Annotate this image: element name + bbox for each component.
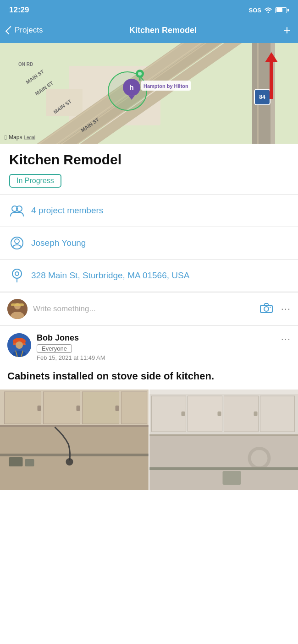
svg-rect-63 — [254, 411, 258, 416]
chevron-left-icon — [6, 26, 14, 34]
nav-bar: Projects Kitchen Remodel + — [0, 20, 298, 43]
back-button[interactable]: Projects — [7, 26, 43, 35]
svg-rect-51 — [9, 457, 23, 466]
project-title-section: Kitchen Remodel In Progress — [0, 144, 298, 194]
svg-rect-30 — [11, 303, 24, 306]
svg-rect-57 — [152, 396, 186, 432]
content-area: Kitchen Remodel In Progress 4 project me… — [0, 144, 298, 490]
svg-point-26 — [12, 269, 22, 278]
post-meta: Bob Jones Everyone Feb 15, 2021 at 11:49… — [37, 333, 276, 361]
more-options-icon[interactable]: ··· — [281, 303, 291, 315]
status-time: 12:29 — [9, 5, 29, 15]
post-options-icon[interactable]: ··· — [281, 333, 291, 345]
svg-rect-61 — [182, 411, 185, 416]
svg-point-19 — [138, 72, 142, 76]
post-placeholder[interactable]: Write something... — [33, 304, 254, 314]
svg-rect-54 — [149, 390, 298, 394]
post-input-area: Write something... ··· — [0, 292, 298, 326]
svg-rect-67 — [149, 467, 298, 470]
location-row[interactable]: 328 Main St, Sturbridge, MA 01566, USA — [0, 260, 298, 292]
post-audience-badge: Everyone — [37, 344, 72, 353]
sos-indicator: SOS — [249, 7, 261, 14]
back-label: Projects — [15, 26, 43, 35]
svg-rect-33 — [270, 307, 271, 308]
address-text: 328 Main St, Sturbridge, MA 01566, USA — [31, 271, 189, 281]
map-background: MAIN ST MAIN ST MAIN ST MAIN ST ON RD — [0, 43, 298, 144]
owner-row[interactable]: Joseph Young — [0, 227, 298, 259]
svg-point-50 — [66, 458, 73, 465]
svg-rect-41 — [5, 392, 41, 424]
post-item: Bob Jones Everyone Feb 15, 2021 at 11:49… — [0, 326, 298, 390]
svg-rect-52 — [25, 459, 34, 466]
members-icon — [9, 203, 25, 218]
maps-label: Maps — [9, 134, 22, 141]
svg-point-27 — [15, 272, 19, 276]
battery-icon — [275, 7, 289, 13]
owner-name: Joseph Young — [31, 238, 86, 248]
svg-text:ON RD: ON RD — [18, 62, 33, 67]
post-image-left[interactable] — [0, 390, 149, 490]
svg-rect-56 — [149, 434, 298, 436]
svg-rect-40 — [0, 425, 149, 427]
post-author-name: Bob Jones — [37, 333, 276, 343]
place-pin: h — [123, 79, 140, 102]
svg-rect-62 — [218, 411, 221, 416]
post-author-avatar — [7, 333, 31, 357]
svg-rect-60 — [260, 396, 295, 432]
svg-rect-68 — [223, 471, 241, 485]
direction-arrow — [265, 52, 278, 99]
hotel-label: Hampton by Hilton — [141, 81, 191, 91]
svg-rect-49 — [0, 454, 149, 456]
svg-rect-44 — [121, 392, 147, 424]
post-content: Cabinets installed on stove side of kitc… — [7, 366, 291, 390]
svg-rect-42 — [44, 392, 80, 424]
svg-rect-43 — [83, 392, 119, 424]
status-icons: SOS — [249, 7, 289, 14]
svg-point-37 — [16, 341, 23, 349]
status-bar: 12:29 SOS — [0, 0, 298, 20]
members-row[interactable]: 4 project members — [0, 195, 298, 227]
status-badge: In Progress — [9, 174, 61, 188]
apple-logo:  — [5, 134, 7, 141]
wifi-icon — [264, 7, 272, 13]
svg-rect-47 — [116, 406, 119, 411]
map-view[interactable]: MAIN ST MAIN ST MAIN ST MAIN ST ON RD h … — [0, 43, 298, 144]
location-icon — [9, 268, 25, 283]
members-label: 4 project members — [31, 206, 103, 216]
project-title: Kitchen Remodel — [9, 152, 289, 168]
current-user-avatar — [7, 299, 28, 319]
post-images[interactable] — [0, 390, 298, 490]
svg-rect-58 — [188, 396, 222, 432]
add-button[interactable]: + — [283, 24, 291, 37]
post-image-right[interactable] — [149, 390, 298, 490]
svg-point-32 — [264, 307, 269, 311]
person-icon — [9, 235, 25, 251]
post-actions: ··· — [260, 303, 291, 315]
svg-point-66 — [251, 450, 268, 466]
map-branding:  Maps Legal — [5, 134, 35, 141]
post-header: Bob Jones Everyone Feb 15, 2021 at 11:49… — [7, 333, 291, 361]
svg-rect-45 — [38, 406, 41, 411]
svg-point-25 — [15, 239, 19, 244]
svg-rect-46 — [77, 406, 80, 411]
legal-link[interactable]: Legal — [24, 135, 35, 140]
camera-icon[interactable] — [260, 303, 273, 315]
svg-text:h: h — [129, 84, 134, 92]
post-timestamp: Feb 15, 2021 at 11:49 AM — [37, 354, 276, 361]
nav-title: Kitchen Remodel — [129, 26, 197, 35]
svg-rect-59 — [224, 396, 259, 432]
